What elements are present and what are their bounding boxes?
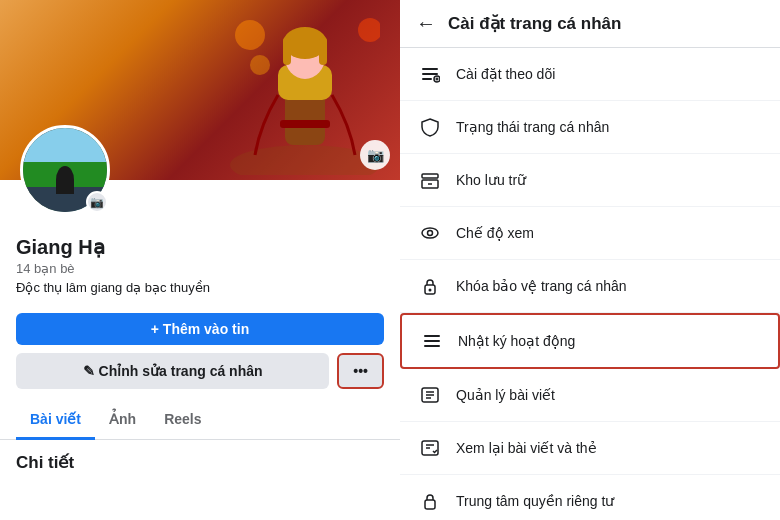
menu-icon-privacy-center [416,487,444,513]
profile-info: Giang Hạ 14 bạn bè Độc thụ lâm giang dạ … [0,235,400,305]
menu-label-follow-settings: Cài đặt theo dõi [456,66,555,82]
settings-header: ← Cài đặt trang cá nhân [400,0,780,48]
svg-point-20 [429,289,432,292]
menu-icon-profile-status [416,113,444,141]
menu-label-review-posts: Xem lại bài viết và thẻ [456,440,597,456]
menu-label-profile-status: Trạng thái trang cá nhân [456,119,609,135]
more-options-button[interactable]: ••• [337,353,384,389]
svg-point-0 [230,145,380,175]
settings-title: Cài đặt trang cá nhân [448,13,621,34]
cover-camera-button[interactable]: 📷 [360,140,390,170]
add-to-story-button[interactable]: + Thêm vào tin [16,313,384,345]
menu-item-profile-lock[interactable]: Khóa bảo vệ trang cá nhân [400,260,780,313]
tab-bai-viet[interactable]: Bài viết [16,401,95,440]
camera-icon-small: 📷 [90,196,104,209]
menu-label-profile-lock: Khóa bảo vệ trang cá nhân [456,278,627,294]
menu-item-activity-log[interactable]: Nhật ký hoạt động [400,313,780,369]
back-button[interactable]: ← [416,12,436,35]
edit-more-row: ✎ Chỉnh sửa trang cá nhân ••• [16,353,384,389]
svg-rect-22 [424,340,440,342]
settings-menu-list: Cài đặt theo dõiTrạng thái trang cá nhân… [400,48,780,513]
svg-rect-5 [283,37,291,65]
menu-icon-manage-posts [416,381,444,409]
svg-point-17 [422,228,438,238]
left-panel: 📷 📷 Giang Hạ 14 bạn bè Độc thụ lâm giang… [0,0,400,520]
menu-icon-follow-settings [416,60,444,88]
avatar-silhouette [56,166,74,194]
right-panel: ← Cài đặt trang cá nhân Cài đặt theo dõi… [400,0,780,520]
menu-label-activity-log: Nhật ký hoạt động [458,333,575,349]
menu-label-privacy-center: Trung tâm quyền riêng tư [456,493,614,509]
avatar-container: 📷 [20,125,110,215]
profile-tabs: Bài viết Ảnh Reels [0,401,400,440]
edit-profile-button[interactable]: ✎ Chỉnh sửa trang cá nhân [16,353,329,389]
menu-label-manage-posts: Quản lý bài viết [456,387,555,403]
avatar-camera-button[interactable]: 📷 [86,191,108,213]
tab-anh[interactable]: Ảnh [95,401,150,440]
svg-rect-13 [422,78,432,80]
menu-label-archive: Kho lưu trữ [456,172,526,188]
tab-reels[interactable]: Reels [150,401,215,440]
menu-item-review-posts[interactable]: Xem lại bài viết và thẻ [400,422,780,475]
menu-item-view-mode[interactable]: Chế độ xem [400,207,780,260]
menu-icon-view-mode [416,219,444,247]
svg-rect-12 [422,73,438,75]
details-title: Chi tiết [16,452,384,473]
svg-rect-15 [422,174,438,178]
menu-icon-profile-lock [416,272,444,300]
profile-details: Chi tiết [0,440,400,485]
camera-icon: 📷 [367,147,384,163]
menu-item-privacy-center[interactable]: Trung tâm quyền riêng tư [400,475,780,513]
menu-icon-activity-log [418,327,446,355]
svg-point-9 [358,18,380,42]
svg-point-10 [250,55,270,75]
menu-label-view-mode: Chế độ xem [456,225,534,241]
profile-bio: Độc thụ lâm giang dạ bạc thuyền [16,280,384,295]
menu-item-follow-settings[interactable]: Cài đặt theo dõi [400,48,780,101]
cover-character [230,5,380,175]
menu-item-archive[interactable]: Kho lưu trữ [400,154,780,207]
menu-icon-review-posts [416,434,444,462]
svg-rect-26 [425,500,435,509]
profile-name: Giang Hạ [16,235,384,259]
menu-icon-archive [416,166,444,194]
action-buttons: + Thêm vào tin ✎ Chỉnh sửa trang cá nhân… [0,305,400,397]
friends-count: 14 bạn bè [16,261,384,276]
menu-item-manage-posts[interactable]: Quản lý bài viết [400,369,780,422]
svg-point-8 [235,20,265,50]
svg-rect-7 [280,120,330,128]
menu-item-profile-status[interactable]: Trạng thái trang cá nhân [400,101,780,154]
svg-rect-6 [319,37,327,65]
svg-rect-21 [424,335,440,337]
svg-point-18 [428,231,433,236]
svg-rect-11 [422,68,438,70]
svg-rect-23 [424,345,440,347]
